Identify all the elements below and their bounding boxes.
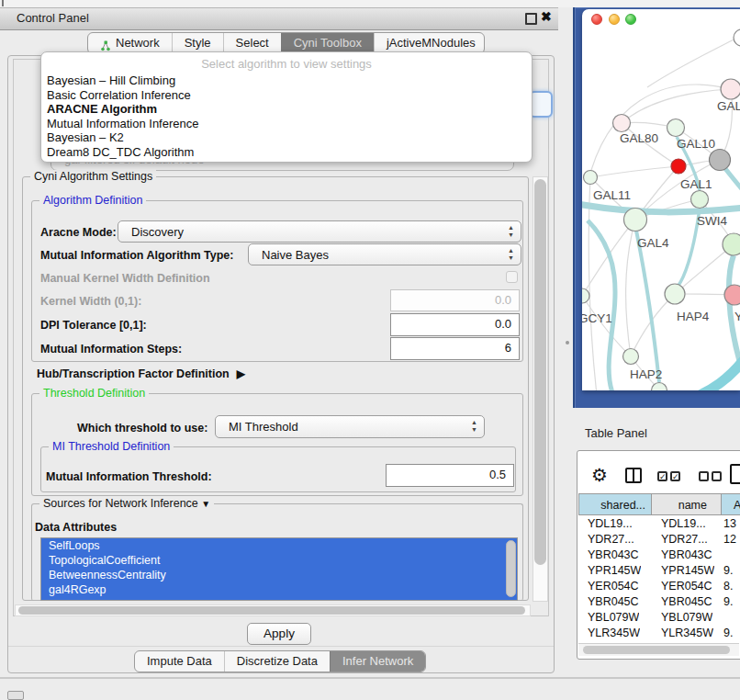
- deselect-all-checkbox-icon[interactable]: [699, 471, 709, 481]
- tab-network[interactable]: Network: [88, 33, 172, 53]
- select-all-checkbox-icon[interactable]: ✓: [657, 471, 667, 481]
- table-cell[interactable]: YBR045C: [661, 594, 712, 610]
- network-node-gal1[interactable]: [691, 191, 709, 209]
- tab-style[interactable]: Style: [172, 33, 223, 53]
- network-node-right-green[interactable]: [723, 233, 740, 255]
- network-node-gal4[interactable]: [624, 209, 647, 231]
- network-node-partial-top[interactable]: [734, 29, 740, 46]
- collapsed-arrow-icon: ▶: [237, 367, 245, 380]
- network-node-gal80[interactable]: [613, 115, 631, 132]
- table-cell[interactable]: YBR043C: [588, 548, 639, 563]
- panel-resize-handle[interactable]: [566, 341, 569, 344]
- deselect-all-checkbox-icon[interactable]: [712, 471, 722, 481]
- dropdown-item[interactable]: Mutual Information Inference: [41, 117, 532, 131]
- top-left-tick: [2, 0, 4, 6]
- table-cell[interactable]: 9.: [723, 563, 733, 579]
- aracne-mode-value: Discovery: [131, 221, 184, 243]
- tab-cyni-toolbox[interactable]: Cyni Toolbox: [281, 33, 374, 53]
- tab-jactivemnodules[interactable]: jActiveMNodules: [374, 33, 485, 53]
- gear-icon[interactable]: ⚙: [591, 464, 608, 486]
- dropdown-item-aracne[interactable]: ARACNE Algorithm: [41, 102, 532, 117]
- table-cell[interactable]: 8.: [723, 579, 733, 594]
- network-node-salmon[interactable]: [724, 285, 740, 305]
- network-node-gal10[interactable]: [667, 119, 685, 137]
- attribute-list-scrollbar[interactable]: [506, 540, 516, 597]
- table-hscroll-thumb[interactable]: [583, 646, 730, 654]
- dropdown-item[interactable]: Basic Correlation Inference: [41, 88, 532, 103]
- table-cell[interactable]: YLR345W: [661, 626, 713, 641]
- attribute-item[interactable]: TopologicalCoefficient: [41, 553, 517, 568]
- mac-minimize-icon[interactable]: [609, 14, 620, 25]
- table-cell[interactable]: 12: [723, 532, 736, 548]
- maximize-icon[interactable]: [525, 13, 537, 25]
- table-cell[interactable]: YPR145W: [661, 563, 714, 579]
- node-label: GAL80: [620, 131, 658, 145]
- table-cell[interactable]: YLR345W: [588, 626, 640, 641]
- table-cell[interactable]: 9.: [723, 594, 733, 610]
- network-node-gray[interactable]: [710, 150, 731, 171]
- attribute-item[interactable]: SelfLoops: [41, 538, 517, 553]
- table-cell[interactable]: YER054C: [661, 579, 712, 594]
- sources-group-title[interactable]: Sources for Network Inference ▼: [39, 497, 214, 510]
- network-node-gal-top[interactable]: [721, 79, 740, 99]
- table-cell[interactable]: 9.: [723, 626, 733, 641]
- mi-threshold-field[interactable]: 0.5: [386, 464, 514, 487]
- table-cell[interactable]: YDL19...: [661, 516, 706, 532]
- network-node-gal11[interactable]: [584, 171, 598, 185]
- mac-zoom-icon[interactable]: [625, 14, 636, 25]
- dropdown-item[interactable]: Dream8 DC_TDC Algorithm: [41, 145, 532, 160]
- tab-infer-network[interactable]: Infer Network: [330, 651, 425, 672]
- hub-definition-toggle[interactable]: Hub/Transcription Factor Definition▶: [37, 367, 245, 380]
- columns-icon[interactable]: [625, 468, 642, 483]
- kernel-width-field[interactable]: 0.0: [390, 289, 520, 311]
- dropdown-item[interactable]: Bayesian – Hill Climbing: [41, 73, 532, 88]
- network-node-hap4[interactable]: [665, 284, 685, 304]
- mac-close-icon[interactable]: [591, 14, 602, 25]
- settings-horizontal-scrollbar[interactable]: [15, 604, 531, 616]
- data-attributes-list[interactable]: SelfLoops TopologicalCoefficient Between…: [40, 537, 518, 601]
- network-node-red-selected[interactable]: [671, 159, 686, 174]
- table-body[interactable]: YDL19...YDL19...13 YDR27...YDR27...12 YB…: [578, 516, 740, 643]
- vertical-scroll-thumb[interactable]: [534, 179, 546, 565]
- apply-button[interactable]: Apply: [247, 623, 311, 645]
- table-cell[interactable]: YBL079W: [588, 610, 639, 626]
- tab-discretize-data[interactable]: Discretize Data: [224, 651, 330, 672]
- column-header-shared-name[interactable]: shared...: [578, 493, 652, 515]
- bottom-left-partial-button[interactable]: [7, 691, 24, 700]
- manual-kernel-label: Manual Kernel Width Definition: [40, 272, 210, 285]
- select-all-checkbox-icon[interactable]: ✓: [670, 471, 680, 481]
- mi-type-combo[interactable]: Naive Bayes ▲▼: [248, 243, 521, 265]
- horizontal-scroll-thumb[interactable]: [18, 606, 525, 615]
- table-cell[interactable]: YPR145W: [588, 563, 641, 579]
- table-cell[interactable]: YBL079W: [661, 610, 712, 626]
- settings-vertical-scrollbar[interactable]: [533, 176, 548, 602]
- table-cell[interactable]: YBR045C: [588, 594, 639, 610]
- manual-kernel-checkbox[interactable]: [506, 271, 518, 283]
- mi-steps-field[interactable]: 6: [390, 337, 520, 360]
- tab-impute-data[interactable]: Impute Data: [135, 651, 224, 672]
- column-header-partial[interactable]: A: [721, 493, 740, 515]
- table-cell[interactable]: YBR043C: [661, 548, 712, 563]
- which-threshold-combo[interactable]: MI Threshold ▲▼: [215, 415, 485, 438]
- attribute-item[interactable]: gal4RGexp: [41, 582, 517, 597]
- table-cell[interactable]: YDL19...: [588, 516, 633, 532]
- new-table-icon[interactable]: [730, 464, 740, 484]
- column-header-name[interactable]: name: [651, 493, 722, 515]
- table-cell[interactable]: YER054C: [588, 579, 639, 594]
- tab-select[interactable]: Select: [223, 33, 281, 53]
- dpi-tolerance-field[interactable]: 0.0: [390, 313, 520, 336]
- table-horizontal-scrollbar[interactable]: [578, 643, 739, 656]
- dropdown-item[interactable]: Bayesian – K2: [41, 130, 532, 145]
- close-icon[interactable]: ✖: [541, 9, 552, 24]
- expanded-arrow-icon: ▼: [201, 499, 210, 509]
- screen: Control Panel ✖ Network Style Select Cyn…: [0, 0, 740, 700]
- table-cell[interactable]: 13: [723, 516, 736, 532]
- table-cell[interactable]: YDR27...: [661, 532, 708, 548]
- attribute-item[interactable]: BetweennessCentrality: [41, 568, 517, 582]
- network-node-hap2[interactable]: [623, 349, 639, 365]
- table-cell[interactable]: YDR27...: [588, 532, 634, 548]
- network-canvas[interactable]: GAL80 GAL10 GAL11 GAL1 SWI4 GAL4 GCY1 HA…: [582, 26, 740, 390]
- network-node-gcy1[interactable]: [582, 288, 589, 303]
- mi-type-label: Mutual Information Algorithm Type:: [40, 249, 233, 262]
- aracne-mode-combo[interactable]: Discovery ▲▼: [118, 220, 521, 243]
